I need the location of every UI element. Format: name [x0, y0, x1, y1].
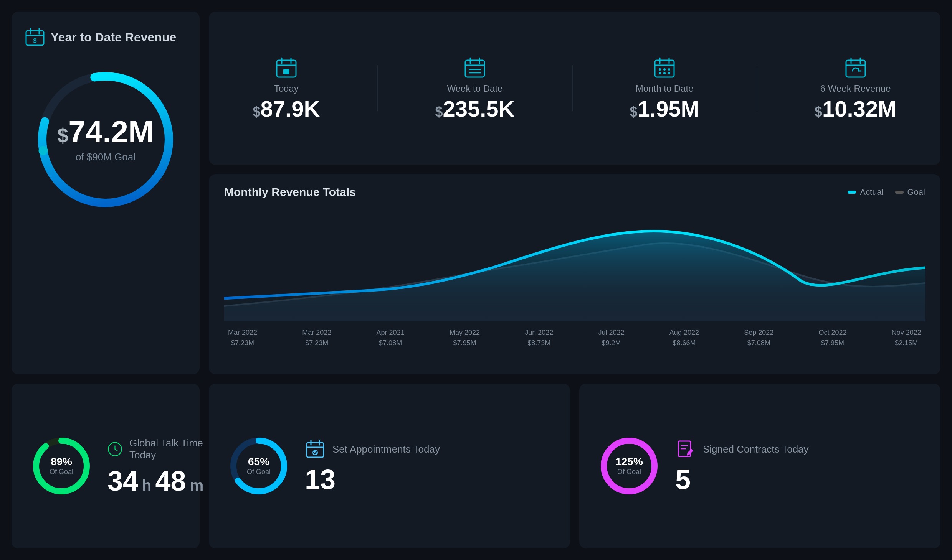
chart-label-5: Jul 2022 $9.2M [598, 328, 625, 348]
svg-rect-8 [277, 60, 296, 77]
stat-month-value: $1.95M [630, 98, 699, 120]
calendar-month-icon [653, 56, 676, 79]
svg-text:$: $ [33, 38, 37, 44]
legend-goal: Goal [895, 187, 925, 197]
legend-actual: Actual [848, 187, 883, 197]
contracts-pct: 125% [615, 456, 643, 468]
svg-point-25 [668, 68, 670, 71]
contract-sign-icon [675, 439, 696, 460]
appointments-label: Set Appointments Today [332, 443, 440, 455]
ytd-card: $ Year to Date Revenue [12, 12, 200, 374]
contracts-label: Signed Contracts Today [703, 443, 809, 455]
appointments-pct-center: 65% Of Goal [247, 456, 271, 476]
contracts-pct-label: Of Goal [615, 468, 643, 476]
appointments-info: Set Appointments Today 13 [305, 439, 440, 493]
calendar-week-icon [463, 56, 486, 79]
ytd-title: Year to Date Revenue [51, 30, 176, 44]
stat-week-label: Week to Date [447, 83, 502, 94]
calendar-refresh-icon [844, 56, 867, 79]
contracts-top: Signed Contracts Today [675, 439, 809, 460]
chart-legend: Actual Goal [848, 187, 925, 197]
bottom-mid-right: 65% Of Goal Set Appointments Today [209, 384, 940, 548]
talk-time-label: Global Talk Time Today [129, 437, 203, 461]
talk-time-pct-center: 89% Of Goal [50, 456, 73, 476]
svg-point-24 [663, 68, 666, 71]
contracts-info: Signed Contracts Today 5 [675, 439, 809, 493]
chart-labels: Mar 2022 $7.23M Mar 2022 $7.23M Apr 2021… [224, 328, 925, 348]
stat-month-label: Month to Date [636, 83, 694, 94]
svg-point-23 [659, 68, 661, 71]
calendar-check-icon [305, 439, 326, 460]
chart-label-9: Nov 2022 $2.15M [892, 328, 921, 348]
chart-label-6: Aug 2022 $8.66M [669, 328, 699, 348]
revenue-chart [224, 206, 925, 321]
chart-label-7: Sep 2022 $7.08M [744, 328, 774, 348]
talk-time-card: 89% Of Goal Global Talk Time Today 34 h … [12, 384, 200, 548]
contracts-value-row: 5 [675, 466, 809, 493]
svg-rect-29 [846, 60, 865, 77]
talk-time-info: Global Talk Time Today 34 h 48 m [107, 437, 203, 495]
svg-rect-13 [465, 60, 484, 77]
svg-point-26 [659, 72, 661, 74]
chart-label-2: Apr 2021 $7.08M [377, 328, 405, 348]
stat-month: Month to Date $1.95M [630, 56, 699, 120]
svg-point-27 [663, 72, 666, 74]
chart-label-4: Jun 2022 $8.73M [525, 328, 553, 348]
appointments-donut: 65% Of Goal [228, 435, 289, 497]
ytd-donut: $74.2M of $90M Goal [33, 67, 178, 212]
chart-label-0: Mar 2022 $7.23M [228, 328, 257, 348]
talk-time-value-row: 34 h 48 m [107, 467, 203, 495]
chart-card: Monthly Revenue Totals Actual Goal [209, 174, 940, 374]
contracts-card: 125% Of Goal Signed Contracts Today [579, 384, 940, 548]
stat-sixweek-label: 6 Week Revenue [820, 83, 891, 94]
ytd-header: $ Year to Date Revenue [25, 27, 187, 48]
chart-label-1: Mar 2022 $7.23M [302, 328, 331, 348]
contracts-donut: 125% Of Goal [598, 435, 660, 497]
talk-time-hours: 34 [107, 467, 138, 495]
legend-goal-indicator [895, 191, 904, 194]
talk-time-pct-label: Of Goal [50, 468, 73, 476]
calendar-today-icon [275, 56, 298, 79]
chart-title: Monthly Revenue Totals [224, 186, 356, 199]
stat-divider-3 [757, 65, 757, 111]
ytd-subtitle: of $90M Goal [57, 151, 154, 163]
stat-sixweek: 6 Week Revenue $10.32M [815, 56, 897, 120]
svg-point-28 [668, 72, 670, 74]
talk-time-top: Global Talk Time Today [107, 437, 203, 461]
stats-row-card: Today $87.9K Week to Date $235.5K [209, 12, 940, 165]
appointments-card: 65% Of Goal Set Appointments Today [209, 384, 570, 548]
contracts-pct-center: 125% Of Goal [615, 456, 643, 476]
contracts-value: 5 [675, 466, 691, 493]
phone-clock-icon [107, 439, 122, 460]
ytd-center: $74.2M of $90M Goal [57, 117, 154, 163]
svg-rect-12 [283, 69, 289, 74]
chart-header: Monthly Revenue Totals Actual Goal [224, 186, 925, 199]
stat-divider-1 [377, 65, 378, 111]
legend-actual-indicator [848, 191, 856, 194]
talk-time-h-unit: h [142, 477, 151, 494]
stat-sixweek-value: $10.32M [815, 98, 897, 120]
appointments-pct-label: Of Goal [247, 468, 271, 476]
talk-time-pct: 89% [50, 456, 73, 468]
calendar-dollar-icon: $ [25, 27, 45, 48]
appointments-value-row: 13 [305, 466, 440, 493]
stat-week-value: $235.5K [435, 98, 514, 120]
appointments-value: 13 [305, 466, 336, 493]
stat-week: Week to Date $235.5K [435, 56, 514, 120]
appointments-pct: 65% [247, 456, 271, 468]
stat-today-label: Today [274, 83, 299, 94]
stat-divider-2 [572, 65, 573, 111]
chart-label-3: May 2022 $7.95M [450, 328, 480, 348]
stat-today-value: $87.9K [253, 98, 320, 120]
chart-label-8: Oct 2022 $7.95M [819, 328, 847, 348]
talk-time-m-unit: m [190, 477, 204, 494]
stat-today: Today $87.9K [253, 56, 320, 120]
appointments-top: Set Appointments Today [305, 439, 440, 460]
talk-time-donut: 89% Of Goal [31, 435, 92, 497]
ytd-value: $74.2M [57, 117, 154, 147]
talk-time-minutes: 48 [155, 467, 186, 495]
